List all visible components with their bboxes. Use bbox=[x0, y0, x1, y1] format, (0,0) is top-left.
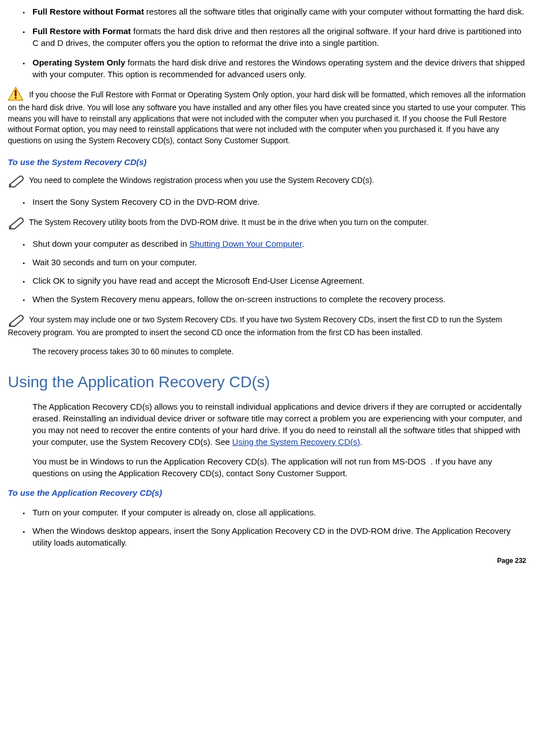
step-text-post: . bbox=[302, 239, 304, 248]
step-text: Shut down your computer as described in bbox=[32, 239, 189, 248]
page-number: Page 232 bbox=[8, 556, 526, 566]
note-text: Your system may include one or two Syste… bbox=[8, 315, 502, 337]
option-title: Full Restore without Format bbox=[32, 7, 144, 16]
note-text: The System Recovery utility boots from t… bbox=[29, 218, 429, 227]
option-text: restores all the software titles that or… bbox=[144, 7, 524, 16]
list-item: Operating System Only formats the hard d… bbox=[30, 57, 526, 80]
steps-list-2: Shut down your computer as described in … bbox=[8, 238, 526, 305]
list-item: Full Restore with Format formats the har… bbox=[30, 25, 526, 49]
section2-paragraph-1: The Application Recovery CD(s) allows yo… bbox=[32, 401, 526, 448]
option-title: Full Restore with Format bbox=[32, 26, 131, 36]
note-callout: Your system may include one or two Syste… bbox=[8, 313, 526, 339]
step-text: Insert the Sony System Recovery CD in th… bbox=[32, 197, 260, 206]
list-item: Turn on your computer. If your computer … bbox=[30, 506, 526, 518]
app-steps-list: Turn on your computer. If your computer … bbox=[8, 506, 526, 548]
subheading-use-app-recovery: To use the Application Recovery CD(s) bbox=[8, 487, 526, 499]
step-text: When the Windows desktop appears, insert… bbox=[32, 526, 510, 547]
list-item: Wait 30 seconds and turn on your compute… bbox=[30, 256, 526, 268]
subheading-use-system-recovery: To use the System Recovery CD(s) bbox=[8, 156, 526, 168]
step-text: Click OK to signify you have read and ac… bbox=[32, 276, 364, 285]
warning-icon bbox=[8, 87, 24, 101]
list-item: Full Restore without Format restores all… bbox=[30, 6, 526, 17]
option-title: Operating System Only bbox=[32, 58, 125, 67]
note-callout: You need to complete the Windows registr… bbox=[8, 173, 526, 188]
step-text: When the System Recovery menu appears, f… bbox=[32, 294, 446, 304]
warning-text: If you choose the Full Restore with Form… bbox=[8, 90, 526, 145]
section2-paragraph-2: You must be in Windows to run the Applic… bbox=[32, 456, 526, 479]
step-text: Turn on your computer. If your computer … bbox=[32, 508, 316, 517]
steps-list-1: Insert the Sony System Recovery CD in th… bbox=[8, 196, 526, 208]
warning-callout: If you choose the Full Restore with Form… bbox=[8, 88, 526, 146]
note-icon bbox=[8, 173, 25, 188]
list-item: Click OK to signify you have read and ac… bbox=[30, 275, 526, 287]
note-text: You need to complete the Windows registr… bbox=[29, 176, 374, 185]
svg-point-2 bbox=[15, 97, 17, 99]
link-using-system-recovery[interactable]: Using the System Recovery CD(s) bbox=[232, 437, 360, 447]
note-icon bbox=[8, 215, 25, 230]
step-text: Wait 30 seconds and turn on your compute… bbox=[32, 257, 197, 267]
link-shutting-down[interactable]: Shutting Down Your Computer bbox=[189, 239, 302, 248]
recovery-time-text: The recovery process takes 30 to 60 minu… bbox=[32, 346, 526, 358]
note-callout: The System Recovery utility boots from t… bbox=[8, 215, 526, 230]
list-item: When the System Recovery menu appears, f… bbox=[30, 293, 526, 305]
restore-options-list: Full Restore without Format restores all… bbox=[8, 6, 526, 80]
list-item: Shut down your computer as described in … bbox=[30, 238, 526, 250]
list-item: When the Windows desktop appears, insert… bbox=[30, 525, 526, 548]
para-text-post: . bbox=[360, 437, 362, 447]
note-icon bbox=[8, 313, 25, 327]
section-title-app-recovery: Using the Application Recovery CD(s) bbox=[8, 371, 526, 393]
list-item: Insert the Sony System Recovery CD in th… bbox=[30, 196, 526, 208]
